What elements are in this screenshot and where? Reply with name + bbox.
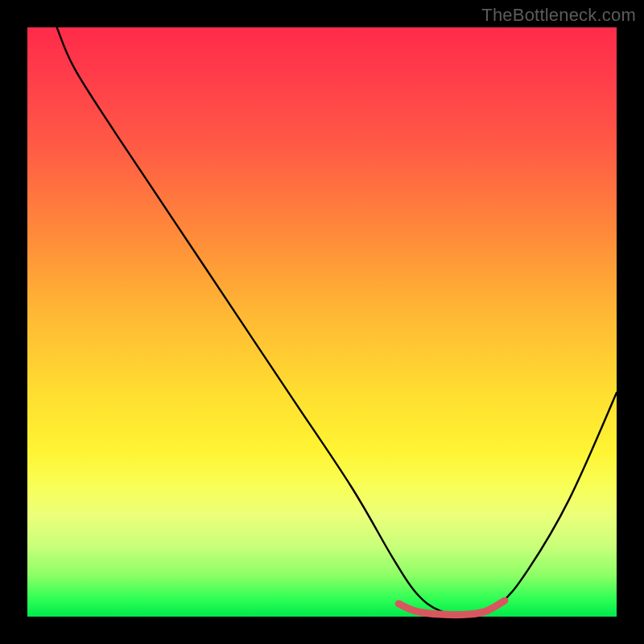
bottleneck-curve-path <box>57 27 617 617</box>
chart-svg <box>27 27 617 617</box>
optimal-band-path <box>398 601 505 614</box>
chart-frame: TheBottleneck.com <box>0 0 644 644</box>
watermark-label: TheBottleneck.com <box>481 5 636 26</box>
plot-area <box>27 27 617 617</box>
